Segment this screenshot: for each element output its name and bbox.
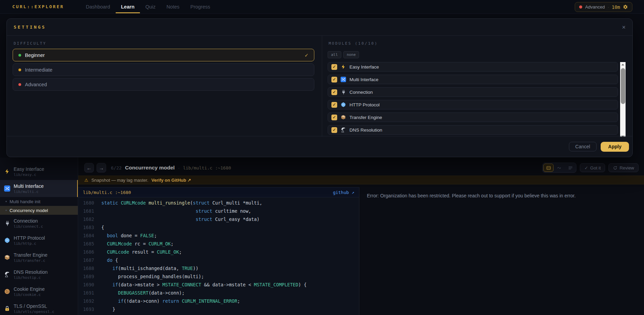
- difficulty-option-label: Advanced: [25, 82, 47, 87]
- module-checkbox[interactable]: ✓: [331, 77, 337, 82]
- settings-modal-footer: Cancel Apply: [7, 136, 632, 157]
- refresh-icon: [613, 166, 617, 170]
- lines-view-icon: [568, 165, 573, 170]
- plug-icon: [4, 220, 10, 226]
- module-checkbox[interactable]: ✓: [331, 89, 337, 95]
- sidebar-item-texts: DNS Resolutionlib/hostip.c: [14, 269, 48, 280]
- line-number: 1688: [78, 264, 94, 272]
- tab-quiz[interactable]: Quiz: [140, 0, 161, 13]
- gear-icon[interactable]: [623, 4, 628, 10]
- apply-button[interactable]: Apply: [601, 142, 629, 152]
- scrollbar-thumb[interactable]: [621, 68, 625, 104]
- code-panel: lib/multi.c :~1680 github ↗ 1680static C…: [78, 187, 359, 315]
- close-icon[interactable]: ×: [622, 24, 626, 30]
- tab-learn[interactable]: Learn: [116, 0, 140, 13]
- next-lesson-button[interactable]: →: [97, 163, 106, 172]
- line-number: 1693: [78, 305, 94, 313]
- modules-list: ✓Easy Interface✓Multi Interface✓Connecti…: [328, 62, 618, 137]
- sidebar-item-file: lib/transfer.c: [14, 258, 47, 263]
- module-checkbox[interactable]: ✓: [331, 127, 337, 133]
- globe-icon: [4, 237, 10, 243]
- lesson-header: ← → 6/22 Concurrency model · lib/multi.c…: [84, 163, 639, 172]
- snapshot-warning-bar: ⚠ Snapshot — may lag master. Verify on G…: [78, 176, 644, 184]
- code-line: 1684 bool done = FALSE;: [78, 231, 359, 240]
- view-mode-wave-button[interactable]: [554, 164, 564, 172]
- modules-scrollbar[interactable]: [620, 62, 626, 137]
- verify-github-link[interactable]: Verify on GitHub ↗: [152, 178, 191, 183]
- code-text: if(MSTATE_RESOLVING == data->mstate) {: [94, 313, 218, 315]
- view-mode-lines-button[interactable]: [565, 164, 575, 172]
- select-all-button[interactable]: all: [328, 51, 341, 58]
- module-row-dns-resolution[interactable]: ✓DNS Resolution: [328, 125, 618, 135]
- sidebar-item-connection[interactable]: Connectionlib/connect.c: [0, 215, 78, 232]
- github-link[interactable]: github ↗: [333, 190, 354, 195]
- module-row-multi-interface[interactable]: ✓Multi Interface: [328, 75, 618, 84]
- explanation-panel: Error: Organization has been restricted.…: [359, 187, 644, 315]
- wave-view-icon: [557, 165, 562, 170]
- badge-session-time: 10m: [612, 4, 620, 10]
- sidebar-item-multi-interface[interactable]: Multi Interfacelib/multi.c: [0, 180, 78, 197]
- tab-dashboard[interactable]: Dashboard: [81, 0, 116, 13]
- sidebar-subitem-multi-handle-init[interactable]: Multi handle init: [0, 197, 78, 206]
- sidebar-item-title: Connection: [14, 218, 43, 224]
- settings-modal-body: DIFFICULTY Beginner✓IntermediateAdvanced…: [7, 36, 632, 137]
- session-badge[interactable]: Advanced · 10m: [575, 2, 632, 12]
- got-it-button[interactable]: ✓ Got it: [580, 163, 605, 172]
- sidebar-subitem-concurrency-model[interactable]: Concurrency model: [0, 206, 78, 215]
- module-checkbox[interactable]: ✓: [331, 115, 337, 120]
- sidebar-item-easy-interface[interactable]: Easy Interfacelib/easy.c: [0, 163, 78, 180]
- lesson-title: Concurrency model: [125, 165, 175, 171]
- code-line: 1693 }: [78, 305, 359, 313]
- sidebar-item-file: lib/connect.c: [14, 224, 43, 229]
- line-number: 1683: [78, 223, 94, 231]
- globe-icon: [341, 102, 346, 107]
- difficulty-option-beginner[interactable]: Beginner✓: [13, 49, 314, 61]
- lesson-file-location: lib/multi.c :~1680: [183, 165, 231, 170]
- sidebar-item-http-protocol[interactable]: HTTP Protocollib/http.c: [0, 232, 78, 249]
- badge-difficulty-label: Advanced: [585, 4, 605, 10]
- sidebar-item-title: Multi Interface: [14, 183, 44, 189]
- code-line: 1688 if(multi_ischanged(data, TRUE)): [78, 264, 359, 272]
- code-line: 1687 do {: [78, 256, 359, 264]
- cancel-button[interactable]: Cancel: [569, 142, 597, 151]
- code-viewer[interactable]: 1680static CURLMcode multi_runsingle(str…: [78, 197, 359, 315]
- view-mode-split-button[interactable]: [543, 164, 554, 172]
- module-row-http-protocol[interactable]: ✓HTTP Protocol: [328, 100, 618, 109]
- sidebar-item-tls-openssl[interactable]: TLS / OpenSSLlib/vtls/openssl.c: [0, 300, 78, 315]
- tab-progress[interactable]: Progress: [185, 0, 216, 13]
- review-label: Review: [619, 165, 634, 170]
- module-row-connection[interactable]: ✓Connection: [328, 87, 618, 97]
- tab-notes[interactable]: Notes: [161, 0, 185, 13]
- sidebar-item-transfer-engine[interactable]: Transfer Enginelib/transfer.c: [0, 249, 78, 266]
- prev-lesson-button[interactable]: ←: [84, 163, 94, 172]
- settings-title: SETTINGS: [14, 25, 46, 30]
- satellite-icon: [4, 271, 10, 278]
- bullet-icon: [5, 201, 7, 202]
- select-none-button[interactable]: none: [343, 51, 359, 58]
- sidebar-item-dns-resolution[interactable]: DNS Resolutionlib/hostip.c: [0, 266, 78, 283]
- warning-text: Snapshot — may lag master.: [91, 178, 148, 183]
- sidebar-item-texts: HTTP Protocollib/http.c: [14, 235, 45, 246]
- difficulty-section: DIFFICULTY Beginner✓IntermediateAdvanced: [7, 36, 322, 137]
- lesson-separator: ·: [178, 165, 180, 170]
- line-number: 1691: [78, 289, 94, 297]
- difficulty-option-intermediate[interactable]: Intermediate: [13, 63, 314, 76]
- split-view: lib/multi.c :~1680 github ↗ 1680static C…: [78, 187, 644, 315]
- module-label: Connection: [349, 90, 373, 95]
- code-file-label: lib/multi.c :~1680: [83, 190, 131, 195]
- module-row-easy-interface[interactable]: ✓Easy Interface: [328, 62, 618, 72]
- module-row-transfer-engine[interactable]: ✓Transfer Engine: [328, 112, 618, 122]
- sidebar-item-cookie-engine[interactable]: Cookie Enginelib/cookie.c: [0, 283, 78, 300]
- difficulty-option-advanced[interactable]: Advanced: [13, 78, 314, 91]
- module-checkbox[interactable]: ✓: [331, 102, 337, 108]
- line-number: 1692: [78, 297, 94, 305]
- code-panel-header: lib/multi.c :~1680 github ↗: [78, 187, 359, 197]
- scrollbar-up-arrow[interactable]: [620, 62, 626, 67]
- code-line: 1685 CURLMcode rc = CURLM_OK;: [78, 240, 359, 248]
- sidebar-item-texts: Easy Interfacelib/easy.c: [14, 166, 44, 177]
- sidebar-item-file: lib/easy.c: [14, 172, 44, 177]
- sidebar-item-texts: TLS / OpenSSLlib/vtls/openssl.c: [14, 303, 54, 314]
- module-checkbox[interactable]: ✓: [331, 64, 337, 70]
- review-button[interactable]: Review: [609, 163, 639, 172]
- module-label: Easy Interface: [349, 64, 379, 70]
